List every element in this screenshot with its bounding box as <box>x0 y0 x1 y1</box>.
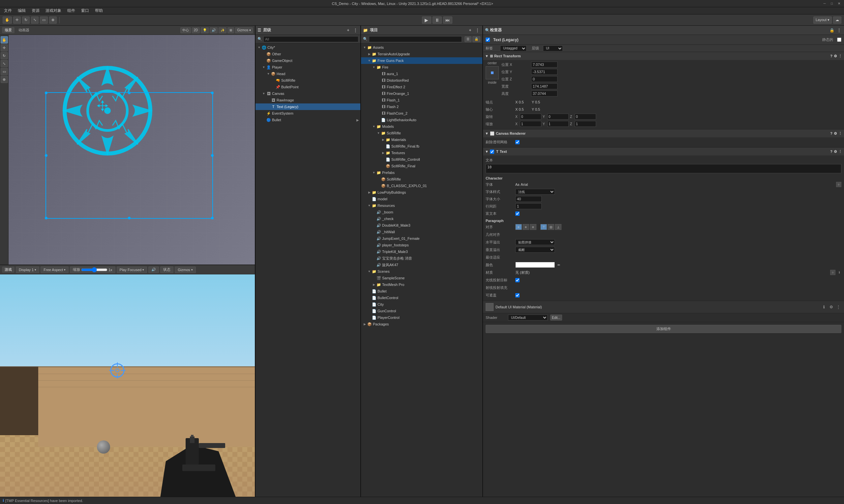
scale-x-input[interactable] <box>520 121 541 127</box>
assets-item-root[interactable]: ▼ 📁 Assets <box>361 44 482 51</box>
assets-item-scifi-prefab[interactable]: 📦 ScifiRifle <box>361 176 482 182</box>
align-bottom[interactable]: ⊥ <box>555 224 562 230</box>
maximize-button[interactable]: □ <box>829 1 834 6</box>
assets-item-materials[interactable]: ▶ 📁 Materials <box>361 137 482 143</box>
audio-btn[interactable]: 🔊 <box>148 267 159 273</box>
scale-z-input[interactable] <box>575 121 596 127</box>
step-button[interactable]: ⏭ <box>443 16 452 24</box>
inspector-lock-btn[interactable]: 🔒 <box>829 28 835 33</box>
text-help-icon[interactable]: ? <box>830 149 832 154</box>
tab-animator[interactable]: 动画器 <box>16 27 32 33</box>
hierarchy-item-bullet[interactable]: 🔵 Bullet ▶ <box>256 116 360 123</box>
stats-btn[interactable]: 状态 <box>160 267 173 273</box>
hierarchy-item-city[interactable]: ▼ 🌐 City* <box>256 44 360 51</box>
assets-item-fire[interactable]: ▼ 📁 Fire <box>361 64 482 71</box>
assets-item-doublekill[interactable]: 🔊 DoubleKill_Male3 <box>361 222 482 229</box>
assets-item-lightbehavior[interactable]: 📄 LightBehaviorAuto <box>361 116 482 123</box>
layer-select[interactable]: UI <box>543 46 563 51</box>
assets-item-scifi-fin2[interactable]: 📦 ScifiRifle_Final <box>361 163 482 169</box>
color-eyedropper[interactable]: ✏ <box>556 262 562 268</box>
menu-gameobject[interactable]: 游戏对象 <box>43 7 64 14</box>
hierarchy-item-scifirifle[interactable]: 🔫 ScifiRifle <box>256 77 360 84</box>
assets-item-hitwall[interactable]: 🔊 _hitWall <box>361 229 482 235</box>
color-swatch[interactable] <box>515 262 555 268</box>
tool-rect[interactable]: ▭ <box>1 68 8 75</box>
canvas-settings-icon[interactable]: ⚙ <box>834 131 837 136</box>
shader-select[interactable]: UI/Default <box>508 314 548 321</box>
canvas-renderer-header[interactable]: ▼ ⬜ Canvas Renderer ? ⚙ ⋮ <box>483 129 844 137</box>
align-top[interactable]: ⊤ <box>540 224 547 230</box>
cull-checkbox[interactable] <box>515 140 520 144</box>
assets-item-triplekill[interactable]: 🔊 TripleKill_Male3 <box>361 248 482 255</box>
assets-item-boom[interactable]: 🔊 _boom <box>361 209 482 215</box>
menu-file[interactable]: 文件 <box>1 7 15 14</box>
assets-item-freeguns[interactable]: ▼ 📁 Free Guns Pack <box>361 57 482 64</box>
hierarchy-search-input[interactable] <box>263 36 358 42</box>
hierarchy-item-head[interactable]: ▼ 📦 Head <box>256 71 360 77</box>
assets-item-resources[interactable]: ▼ 📁 Resources <box>361 202 482 209</box>
assets-item-city[interactable]: 📄 City <box>361 301 482 308</box>
font-circle-btn[interactable]: ○ <box>836 182 841 187</box>
tool-rotate[interactable]: ↻ <box>1 52 8 59</box>
text-enabled-checkbox[interactable] <box>490 149 494 154</box>
assets-item-scifirifle-m[interactable]: ▼ 📁 ScifiRifle <box>361 130 482 137</box>
hierarchy-item-player[interactable]: ▼ 👤 Player <box>256 64 360 71</box>
close-button[interactable]: ✕ <box>837 1 841 6</box>
pos-z-input[interactable] <box>531 76 557 82</box>
assets-item-aura[interactable]: 🎞 aura_1 <box>361 71 482 77</box>
tool-transform2[interactable]: ⊕ <box>1 76 8 83</box>
pos-x-input[interactable] <box>531 61 557 68</box>
shader-edit-btn[interactable]: Edit... <box>550 314 562 321</box>
align-center[interactable]: ≡ <box>522 224 529 230</box>
assets-item-textmeshpro[interactable]: ▶ 📁 TextMesh Pro <box>361 281 482 288</box>
assets-item-scifi-ctrl[interactable]: 📄 ScifiRifle_Controll <box>361 156 482 163</box>
menu-component[interactable]: 组件 <box>65 7 78 14</box>
assets-item-check[interactable]: 🔊 _check <box>361 215 482 222</box>
height-input[interactable] <box>531 91 557 96</box>
assets-item-samplescene[interactable]: 🎬 SampleScene <box>361 275 482 281</box>
assets-item-bclassic[interactable]: 📦 B_CLASSIC_EXPLO_01 <box>361 182 482 189</box>
assets-item-bullet[interactable]: 📄 Bullet <box>361 288 482 294</box>
hierarchy-item-other[interactable]: 📦 Other <box>256 51 360 57</box>
hierarchy-item-rawimage[interactable]: 🖼 RawImage <box>256 97 360 104</box>
scene-tool-light[interactable]: 💡 <box>201 28 209 33</box>
hierarchy-add-btn[interactable]: + <box>345 28 351 33</box>
assets-item-scenes[interactable]: ▼ 📁 Scenes <box>361 268 482 275</box>
assets-item-footsteps[interactable]: 🔊 player_footsteps <box>361 242 482 248</box>
toolbar-hand[interactable]: ✋ <box>3 16 12 24</box>
tool-hand[interactable]: ✋ <box>1 36 8 43</box>
rot-z-input[interactable] <box>575 114 596 120</box>
toolbar-rect[interactable]: ▭ <box>40 16 48 24</box>
pos-y-input[interactable] <box>531 69 557 75</box>
hierarchy-item-gameobject[interactable]: 📦 GameObject <box>256 57 360 64</box>
assets-item-playercontrol[interactable]: 📄 PlayerControl <box>361 314 482 321</box>
game-display-dropdown[interactable]: Display 1 ▾ <box>16 267 39 273</box>
assets-item-distortion[interactable]: 🎞 DistortionRed <box>361 77 482 84</box>
play-focused-btn[interactable]: Play Focused ▾ <box>117 267 148 273</box>
v-overflow-select[interactable]: 截断 <box>515 247 555 253</box>
assets-item-jumpexert[interactable]: 🔊 JumpExert_01_Female <box>361 235 482 242</box>
menu-assets[interactable]: 资源 <box>29 7 42 14</box>
scene-view[interactable]: ✋ ✛ ↻ ⤡ ▭ ⊕ <box>0 35 255 265</box>
assets-filter-btn[interactable]: ☰ <box>465 36 471 42</box>
align-middle[interactable]: ⊟ <box>548 224 554 230</box>
assets-item-scifi-final[interactable]: 📄 ScifiRifle_Final.fb <box>361 143 482 149</box>
menu-edit[interactable]: 编辑 <box>15 7 28 14</box>
hierarchy-item-eventsystem[interactable]: ⚡ EventSystem <box>256 110 360 116</box>
assets-add-btn[interactable]: + <box>467 28 473 33</box>
object-active-checkbox[interactable] <box>486 38 490 42</box>
toolbar-scale[interactable]: ⤡ <box>31 16 38 24</box>
toolbar-transform[interactable]: ⊕ <box>49 16 57 24</box>
scale-y-input[interactable] <box>547 121 569 127</box>
layout-dropdown[interactable]: Layout ▾ <box>813 16 832 24</box>
game-gizmos-btn[interactable]: Gizmos ▾ <box>175 267 195 273</box>
text-component-header[interactable]: ▼ T Text ? ⚙ ⋮ <box>483 148 844 156</box>
assets-item-terrain[interactable]: ▶ 📁 TerrainAutoUpgrade <box>361 51 482 57</box>
hierarchy-item-bulletpoint[interactable]: 📌 BulletPoint <box>256 84 360 90</box>
collab-btn[interactable]: ☁ <box>833 16 841 24</box>
hierarchy-menu-btn[interactable]: ⋮ <box>352 28 358 33</box>
tool-scale[interactable]: ⤡ <box>1 60 8 67</box>
tab-scene[interactable]: 场景 <box>2 27 15 33</box>
tool-move[interactable]: ✛ <box>1 44 8 51</box>
canvas-more-icon[interactable]: ⋮ <box>839 131 842 136</box>
